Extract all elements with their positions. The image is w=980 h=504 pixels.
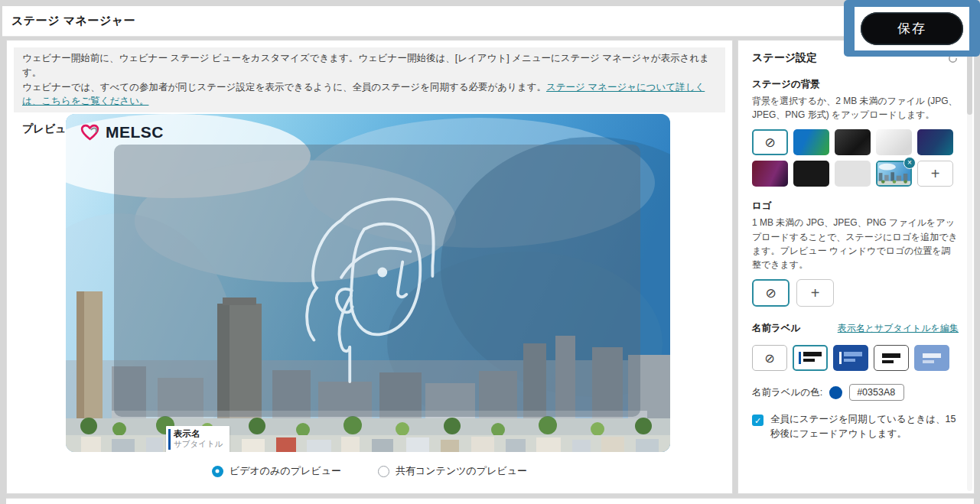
preview-name-label[interactable]: 表示名 サブタイトル xyxy=(166,426,230,452)
info-line-2: ウェビナーでは、すべての参加者が同じステージ設定を表示できるように、全員のステー… xyxy=(22,80,717,109)
save-button-area: 保存 xyxy=(855,7,969,50)
display-name-text: 表示名 xyxy=(174,428,223,439)
background-section-description: 背景を選択するか、2 MB 未満のファイル (JPG、JPEG、PNG 形式) … xyxy=(752,94,959,122)
background-thumbnail-dark-wave[interactable] xyxy=(835,129,871,155)
background-thumbnail-none[interactable]: ⊘ xyxy=(752,129,788,155)
radio-shared-content[interactable]: 共有コンテンツのプレビュー xyxy=(378,464,527,478)
remove-background-badge[interactable]: × xyxy=(903,157,916,169)
radio-video-only[interactable]: ビデオのみのプレビュー xyxy=(212,464,341,478)
background-section-heading: ステージの背景 xyxy=(752,78,959,91)
background-thumbnail-purple-nebula[interactable] xyxy=(917,129,953,155)
background-thumbnail-blue-green[interactable] xyxy=(793,129,829,155)
background-thumbnail-black[interactable] xyxy=(793,161,829,187)
background-thumbnail-city-selected[interactable]: × xyxy=(876,161,912,187)
logo-options-row: ⊘ + xyxy=(752,279,959,307)
add-icon: + xyxy=(931,165,940,183)
name-label-style-plain-light[interactable] xyxy=(874,345,909,371)
none-icon: ⊘ xyxy=(765,285,776,301)
background-thumbnail-gray[interactable] xyxy=(835,161,871,187)
radio-video-only-circle[interactable] xyxy=(212,466,223,477)
melsc-heart-icon xyxy=(80,123,100,141)
preview-panel: ウェビナー開始前に、ウェビナー ステージ ビューをカスタマイズできます。ウェビナ… xyxy=(6,40,733,494)
radio-shared-content-label: 共有コンテンツのプレビュー xyxy=(396,464,527,478)
close-icon: × xyxy=(907,159,912,167)
info-banner: ウェビナー開始前に、ウェビナー ステージ ビューをカスタマイズできます。ウェビナ… xyxy=(14,47,725,112)
subtitle-text: サブタイトル xyxy=(174,439,223,449)
next-section-edge xyxy=(6,498,974,504)
page-title: ステージ マネージャー xyxy=(11,14,135,28)
name-label-color-label: 名前ラベルの色: xyxy=(752,386,822,399)
avatar-face-sketch xyxy=(296,189,458,391)
stage-logo: MELSC xyxy=(80,123,164,141)
name-label-style-light-left-bar-selected[interactable] xyxy=(793,345,828,371)
stage-preview[interactable]: MELSC 表示名 サブタイトル xyxy=(66,114,670,452)
save-button[interactable]: 保存 xyxy=(861,12,963,45)
sync-fadeout-checkbox[interactable]: ✓ xyxy=(752,415,763,426)
logo-option-none[interactable]: ⊘ xyxy=(752,279,790,307)
name-label-style-steel-blue[interactable] xyxy=(914,345,949,371)
name-label-style-blue-filled[interactable] xyxy=(833,345,868,371)
none-icon: ⊘ xyxy=(764,135,775,151)
sync-fadeout-label: 全員にステージを同期しているときは、15 秒後にフェードアウトします。 xyxy=(770,412,959,441)
add-icon: + xyxy=(811,285,820,302)
name-label-color-swatch[interactable] xyxy=(829,386,842,399)
logo-section-heading: ロゴ xyxy=(752,200,959,213)
background-upload-button[interactable]: + xyxy=(917,161,953,187)
info-line-1: ウェビナー開始前に、ウェビナー ステージ ビューをカスタマイズできます。ウェビナ… xyxy=(22,51,717,80)
preview-mode-radio-group: ビデオのみのプレビュー 共有コンテンツのプレビュー xyxy=(7,464,732,478)
settings-title: ステージ設定 xyxy=(752,51,817,65)
logo-upload-button[interactable]: + xyxy=(796,279,834,307)
video-placeholder-area[interactable]: 表示名 サブタイトル xyxy=(114,145,640,417)
background-thumbnail-grid: ⊘ × + xyxy=(752,129,957,187)
save-button-highlight-box: 保存 xyxy=(844,0,980,57)
radio-shared-content-circle[interactable] xyxy=(378,466,389,477)
name-label-style-row: ⊘ xyxy=(752,345,959,371)
page-header: ステージ マネージャー xyxy=(2,6,974,37)
logo-section-description: 1 MB 未満の JPG、JPEG、PNG ファイルをアップロードすることで、ス… xyxy=(752,216,959,272)
background-thumbnail-light-gray[interactable] xyxy=(876,129,912,155)
stage-logo-text: MELSC xyxy=(106,123,164,141)
radio-video-only-label: ビデオのみのプレビュー xyxy=(230,464,341,478)
background-thumbnail-maroon[interactable] xyxy=(752,161,788,187)
name-label-section-heading: 名前ラベル xyxy=(752,322,800,335)
check-icon: ✓ xyxy=(754,415,761,428)
none-icon: ⊘ xyxy=(764,351,774,366)
edit-display-name-link[interactable]: 表示名とサブタイトルを編集 xyxy=(838,322,959,335)
name-label-style-none[interactable]: ⊘ xyxy=(752,345,787,371)
stage-settings-panel: ステージ設定 ステージの背景 背景を選択するか、2 MB 未満のファイル (JP… xyxy=(737,40,975,494)
name-label-color-input[interactable]: #0353A8 xyxy=(849,384,904,401)
